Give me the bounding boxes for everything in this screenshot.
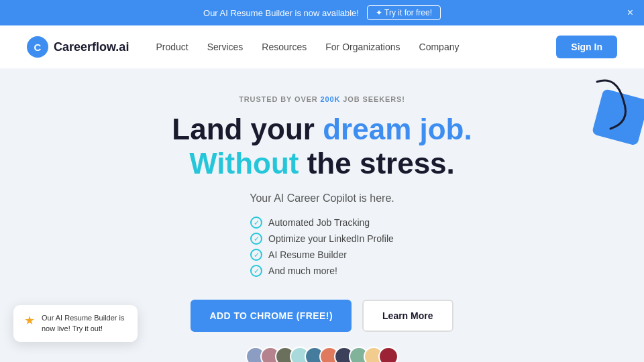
deco-top-right	[564, 68, 644, 149]
avatars-row	[246, 347, 398, 362]
navbar: C Careerflow.ai Product Services Resourc…	[0, 25, 644, 68]
nav-link-resources[interactable]: Resources	[262, 42, 307, 52]
nav-links: Product Services Resources For Organizat…	[156, 42, 556, 52]
check-icon: ✓	[250, 265, 262, 277]
nav-link-services[interactable]: Services	[207, 42, 244, 52]
check-icon: ✓	[250, 217, 262, 229]
check-icon: ✓	[250, 233, 262, 245]
nav-link-organizations[interactable]: For Organizations	[325, 42, 400, 52]
logo-text: Careerflow.ai	[54, 40, 129, 54]
deco-bottom-left	[0, 352, 67, 362]
feature-list: ✓Automated Job Tracking ✓Optimize your L…	[250, 217, 394, 281]
learn-more-button[interactable]: Learn More	[362, 300, 453, 332]
add-to-chrome-button[interactable]: ADD TO CHROME (FREE!)	[191, 300, 352, 332]
sign-in-button[interactable]: Sign In	[556, 36, 617, 58]
avatar	[378, 347, 398, 362]
announcement-text: Our AI Resume Builder is now available!	[203, 8, 359, 18]
nav-link-product[interactable]: Product	[156, 42, 188, 52]
announcement-cta-button[interactable]: ✦ Try it for free!	[367, 5, 441, 20]
announcement-bar: Our AI Resume Builder is now available! …	[0, 0, 644, 25]
toast-text: Our AI Resume Builder is now live! Try i…	[42, 313, 127, 334]
svg-rect-0	[592, 88, 644, 146]
hero-subheading: Your AI Career Copilot is here.	[250, 192, 394, 204]
list-item: ✓Automated Job Tracking	[250, 217, 394, 229]
logo-icon: C	[27, 36, 48, 58]
check-icon: ✓	[250, 249, 262, 261]
hero-heading: Land your dream job. Without the stress.	[172, 113, 472, 180]
list-item: ✓And much more!	[250, 265, 394, 277]
cta-buttons: ADD TO CHROME (FREE!) Learn More	[191, 300, 453, 332]
logo[interactable]: C Careerflow.ai	[27, 36, 129, 58]
list-item: ✓Optimize your LinkedIn Profile	[250, 233, 394, 245]
nav-link-company[interactable]: Company	[419, 42, 460, 52]
toast-star-icon: ★	[24, 313, 35, 328]
trusted-badge: TRUSTED BY OVER 200K JOB SEEKERS!	[239, 95, 405, 103]
toast-notification[interactable]: ★ Our AI Resume Builder is now live! Try…	[13, 305, 138, 342]
announcement-close-button[interactable]: ×	[627, 7, 633, 18]
list-item: ✓AI Resume Builder	[250, 249, 394, 261]
